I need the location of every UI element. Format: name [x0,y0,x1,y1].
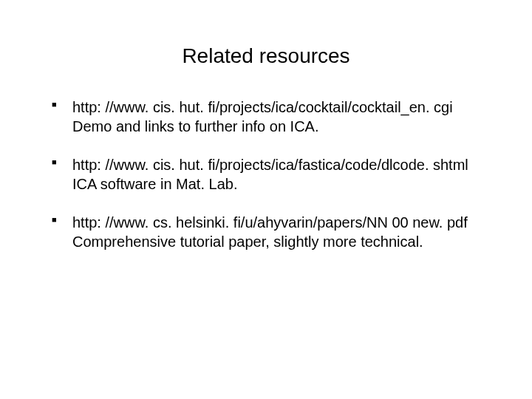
item-url: http: //www. cs. helsinki. fi/u/ahyvarin… [72,213,495,232]
item-url: http: //www. cis. hut. fi/projects/ica/f… [72,155,495,174]
list-item: http: //www. cis. hut. fi/projects/ica/c… [52,98,495,136]
item-desc: Demo and links to further info on ICA. [72,117,495,136]
item-desc: ICA software in Mat. Lab. [72,174,495,194]
item-desc: Comprehensive tutorial paper, slightly m… [72,232,495,251]
list-item: http: //www. cis. hut. fi/projects/ica/f… [52,155,495,194]
slide-title: Related resources [0,44,532,68]
list-item: http: //www. cs. helsinki. fi/u/ahyvarin… [52,213,495,251]
slide-content: http: //www. cis. hut. fi/projects/ica/c… [52,98,495,251]
bullet-list: http: //www. cis. hut. fi/projects/ica/c… [52,98,495,251]
item-url: http: //www. cis. hut. fi/projects/ica/c… [72,98,495,117]
slide: Related resources http: //www. cis. hut.… [0,44,532,399]
